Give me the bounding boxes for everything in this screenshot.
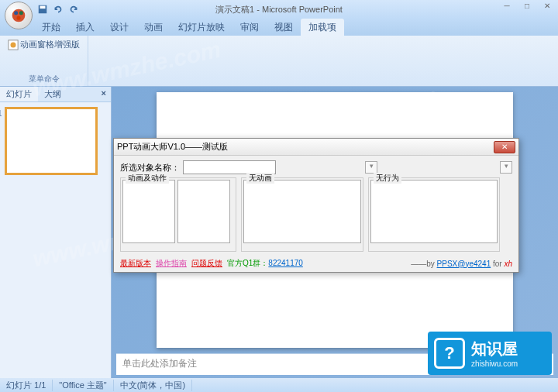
- qq-group-link[interactable]: 82241170: [268, 259, 303, 267]
- action-listbox[interactable]: [177, 180, 230, 243]
- logo-text-url: zhishiwu.com: [471, 359, 518, 368]
- office-button[interactable]: [5, 2, 33, 29]
- dialog-title: PPT动画大师V1.0——测试版: [117, 141, 228, 153]
- svg-point-7: [11, 42, 16, 47]
- zhishiwu-logo: ? 知识屋 zhishiwu.com: [428, 332, 552, 375]
- tab-addins[interactable]: 加载项: [301, 19, 344, 36]
- tab-animation[interactable]: 动画: [136, 19, 170, 36]
- ribbon-body: 动画窗格增强版 菜单命令: [0, 36, 558, 87]
- logo-text-cn: 知识屋: [471, 339, 518, 359]
- dialog-close-button[interactable]: ✕: [494, 141, 515, 153]
- dropdown-1[interactable]: ▾: [365, 161, 377, 174]
- panel-close-button[interactable]: ×: [97, 87, 111, 101]
- link-guide[interactable]: 操作指南: [156, 258, 187, 269]
- svg-point-1: [14, 11, 18, 15]
- close-button[interactable]: ✕: [539, 2, 555, 12]
- panel-tab-slides[interactable]: 幻灯片: [0, 87, 38, 101]
- object-name-label: 所选对象名称：: [120, 162, 180, 174]
- tab-insert[interactable]: 插入: [68, 19, 102, 36]
- maximize-button[interactable]: □: [519, 2, 535, 12]
- status-bar: 幻灯片 1/1 "Office 主题" 中文(简体，中国): [0, 378, 558, 392]
- qat-undo-icon[interactable]: [51, 2, 65, 16]
- panel-tab-outline[interactable]: 大纲: [38, 87, 67, 101]
- link-feedback[interactable]: 问题反馈: [191, 258, 222, 269]
- fieldset-noanimation-label: 无动画: [246, 173, 274, 184]
- tab-view[interactable]: 视图: [267, 19, 301, 36]
- status-slide-count: 幻灯片 1/1: [0, 380, 53, 391]
- link-latest-version[interactable]: 最新版本: [120, 258, 151, 269]
- svg-rect-5: [40, 6, 46, 9]
- slide-thumb-number: 1: [0, 109, 2, 118]
- no-animation-listbox[interactable]: [243, 180, 361, 243]
- slide-thumbnail[interactable]: 1: [5, 107, 98, 175]
- window-title: 演示文稿1 - Microsoft PowerPoint: [215, 4, 343, 15]
- qq-group-label: 官方Q1群：82241170: [227, 258, 303, 269]
- tab-slideshow[interactable]: 幻灯片放映: [170, 19, 232, 36]
- ppt-animation-master-dialog: PPT动画大师V1.0——测试版 ✕ 所选对象名称： ▾ ▾ 动画及动作 无动画…: [113, 138, 519, 273]
- ribbon-tabs: 开始 插入 设计 动画 幻灯片放映 审阅 视图 加载项: [0, 19, 558, 36]
- animation-listbox[interactable]: [122, 180, 175, 243]
- no-behavior-listbox[interactable]: [370, 180, 498, 243]
- status-language[interactable]: 中文(简体，中国): [114, 380, 192, 391]
- animation-pane-enhanced-label: 动画窗格增强版: [20, 39, 80, 50]
- logo-question-icon: ?: [434, 338, 465, 369]
- ribbon-group-label: 菜单命令: [5, 72, 83, 84]
- qat-redo-icon[interactable]: [67, 2, 81, 16]
- animation-pane-enhanced-button[interactable]: 动画窗格增强版: [5, 37, 83, 52]
- qat-save-icon[interactable]: [36, 2, 50, 16]
- minimize-button[interactable]: ─: [499, 2, 515, 12]
- fieldset-animation-label: 动画及动作: [126, 173, 169, 184]
- tab-home[interactable]: 开始: [34, 19, 68, 36]
- svg-point-2: [19, 11, 23, 15]
- tab-design[interactable]: 设计: [102, 19, 136, 36]
- fieldset-nobehavior-label: 无行为: [374, 173, 401, 184]
- tab-review[interactable]: 审阅: [232, 19, 267, 36]
- svg-point-3: [17, 16, 21, 20]
- dialog-credits: ——by PPSX@ye4241 for xh: [411, 260, 512, 268]
- dropdown-2[interactable]: ▾: [500, 161, 512, 174]
- slides-panel: 幻灯片 大纲 × 1: [0, 87, 112, 378]
- status-theme: "Office 主题": [53, 380, 113, 391]
